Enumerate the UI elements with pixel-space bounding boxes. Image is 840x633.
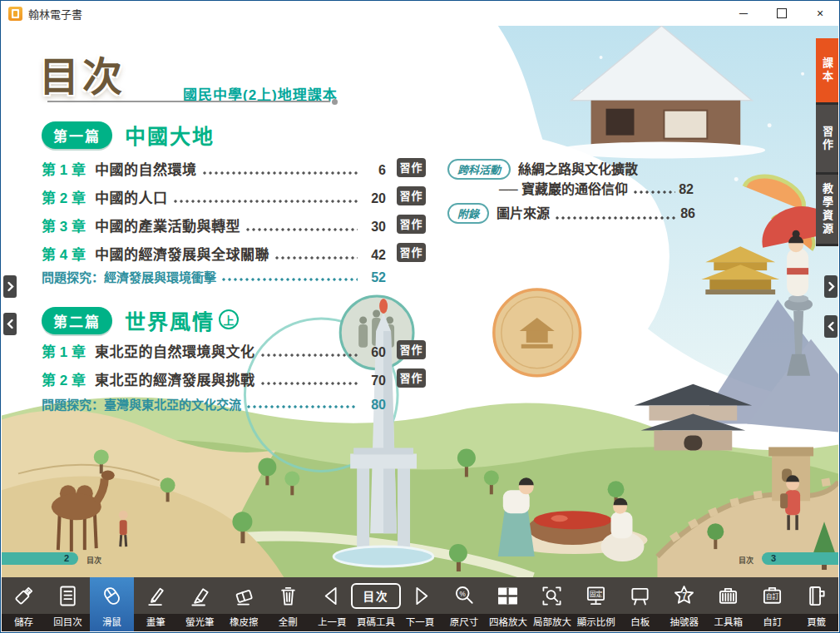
tool-label: 下一頁 — [406, 614, 435, 631]
toc-chapter-row[interactable]: 第 2 章 中國的人口 20 — [42, 186, 386, 207]
toc-chapter-row[interactable]: 第 1 章 東北亞的自然環境與文化 60 — [42, 340, 386, 361]
tool-label: 畫筆 — [146, 614, 166, 631]
tool-partial-zoom[interactable]: 局部放大 — [530, 577, 574, 631]
tool-original-size[interactable]: % 原尺寸 — [442, 577, 487, 631]
inquiry-row[interactable]: 問題探究：經濟發展與環境衝擊 52 — [42, 268, 386, 285]
tool-page-number[interactable]: 目次 頁碼工具 — [354, 577, 398, 631]
tool-label: 頁碼工具 — [357, 614, 395, 631]
workbook-badge[interactable]: 習作 — [397, 186, 426, 205]
tool-whiteboard[interactable]: 白板 — [618, 577, 662, 631]
chapter-page: 70 — [361, 373, 386, 388]
extra-page: 86 — [680, 206, 695, 221]
right-edge-back-arrow[interactable] — [824, 315, 838, 338]
dot-leader — [203, 171, 358, 175]
app-window: 翰林電子書 ─ × — [0, 0, 840, 633]
section-name-suffix: 上 — [219, 309, 239, 329]
inquiry-page: 52 — [361, 270, 386, 285]
section-badge: 第一篇 — [42, 121, 112, 149]
chapter-title: 東北亞的經濟發展與挑戰 — [95, 368, 255, 389]
tool-label: 螢光筆 — [185, 614, 215, 631]
tab-textbook[interactable]: 課本 — [816, 38, 838, 105]
tab-workbook[interactable]: 習作 — [816, 105, 838, 175]
tool-eraser[interactable]: 橡皮擦 — [222, 577, 266, 631]
dot-leader — [634, 190, 675, 194]
region-zoom-icon — [538, 577, 566, 614]
tool-custom[interactable]: 自訂 自訂 — [750, 577, 794, 631]
extra-row-cross-activity-line2[interactable]: ── 寶藏巖的通俗信仰 82 — [499, 178, 694, 198]
svg-text:固定: 固定 — [590, 589, 603, 597]
tool-number-picker[interactable]: 7 抽號器 — [662, 577, 706, 631]
zoom-percent-icon: % — [451, 577, 478, 614]
tool-page-tabs[interactable]: 頁籤 — [794, 577, 838, 631]
tool-delete-all[interactable]: 全刪 — [266, 577, 310, 631]
workbook-badge[interactable]: 習作 — [397, 340, 426, 359]
window-controls: ─ × — [724, 1, 839, 26]
tool-label: 四格放大 — [489, 614, 527, 631]
tool-save[interactable]: 儲存 — [2, 577, 46, 631]
svg-text:自訂: 自訂 — [766, 591, 779, 600]
whiteboard-icon — [626, 577, 654, 614]
extra-title: 圖片來源 — [497, 202, 550, 222]
tool-toolbox[interactable]: 工具箱 — [706, 577, 750, 631]
maximize-button[interactable] — [763, 1, 801, 26]
section-header-1: 第一篇 中國大地 — [42, 120, 215, 150]
chapter-title: 中國的經濟發展與全球關聯 — [95, 243, 269, 264]
chevron-left-icon — [7, 319, 14, 329]
toc-chapter-row[interactable]: 第 2 章 東北亞的經濟發展與挑戰 70 — [42, 368, 386, 389]
dot-leader — [174, 200, 358, 203]
tool-label: 橡皮擦 — [230, 614, 259, 631]
chapter-title: 中國的產業活動與轉型 — [95, 215, 240, 235]
side-tab-strip: 課本 習作 教學資源 — [816, 38, 838, 246]
page-title: 目次 — [39, 44, 126, 102]
page-marker-label-left: 目次 — [86, 555, 101, 566]
tool-display-ratio[interactable]: 固定 顯示比例 — [574, 577, 618, 631]
highlighter-icon — [186, 577, 214, 614]
tool-label: 頁籤 — [807, 614, 826, 631]
eraser-icon — [230, 577, 258, 614]
tool-mouse[interactable]: 滑鼠 — [90, 577, 134, 631]
chapter-title: 東北亞的自然環境與文化 — [95, 340, 255, 361]
chapter-number: 第 1 章 — [42, 158, 95, 179]
tab-teaching-resources[interactable]: 教學資源 — [816, 175, 838, 246]
left-edge-back-arrow[interactable] — [3, 313, 17, 335]
bookmark-book-icon — [803, 577, 830, 614]
inquiry-row[interactable]: 問題探究：臺灣與東北亞的文化交流 80 — [42, 395, 386, 413]
dot-leader — [275, 256, 358, 260]
title-rule — [47, 101, 330, 102]
extra-row-appendix[interactable]: 附錄 圖片來源 86 — [447, 202, 695, 224]
tool-quad-zoom[interactable]: 四格放大 — [486, 577, 530, 631]
dot-leader — [556, 216, 677, 220]
page-number-button-text: 目次 — [351, 583, 401, 609]
tool-pen[interactable]: 畫筆 — [134, 577, 178, 631]
tool-next-page[interactable]: 下一頁 — [398, 577, 442, 631]
workbook-badge[interactable]: 習作 — [397, 243, 426, 262]
tool-label: 滑鼠 — [102, 614, 121, 631]
tool-back-to-toc[interactable]: 回目次 — [46, 577, 90, 631]
extra-row-cross-activity[interactable]: 跨科活動 絲綢之路與文化擴散 — [447, 158, 638, 180]
tool-label: 回目次 — [53, 614, 82, 631]
right-edge-forward-arrow[interactable] — [824, 275, 838, 298]
toc-chapter-row[interactable]: 第 3 章 中國的產業活動與轉型 30 — [42, 215, 386, 235]
tool-prev-page[interactable]: 上一頁 — [310, 577, 354, 631]
workbook-badge[interactable]: 習作 — [397, 368, 426, 388]
extra-page: 82 — [679, 182, 694, 197]
chapter-number: 第 2 章 — [42, 368, 95, 389]
close-button[interactable]: × — [801, 1, 839, 26]
section-name: 中國大地 — [125, 120, 215, 150]
tool-highlighter[interactable]: 螢光筆 — [178, 577, 222, 631]
dot-leader — [261, 354, 358, 357]
toc-chapter-row[interactable]: 第 4 章 中國的經濟發展與全球關聯 42 — [42, 243, 386, 264]
bottom-toolbar: 儲存 回目次 滑鼠 畫筆 — [2, 577, 838, 631]
chapter-page: 30 — [361, 220, 386, 235]
chevron-right-icon — [828, 281, 835, 292]
minimize-button[interactable]: ─ — [724, 1, 763, 26]
dot-leader — [247, 405, 358, 408]
save-usb-icon — [10, 577, 37, 614]
left-edge-forward-arrow[interactable] — [3, 275, 17, 298]
toc-chapter-row[interactable]: 第 1 章 中國的自然環境 6 — [42, 158, 386, 179]
chapter-number: 第 1 章 — [42, 340, 95, 361]
workbook-badge[interactable]: 習作 — [397, 158, 426, 177]
page-number-button: 目次 — [351, 577, 401, 614]
custom-case-icon: 自訂 — [758, 577, 786, 614]
workbook-badge[interactable]: 習作 — [397, 215, 426, 234]
